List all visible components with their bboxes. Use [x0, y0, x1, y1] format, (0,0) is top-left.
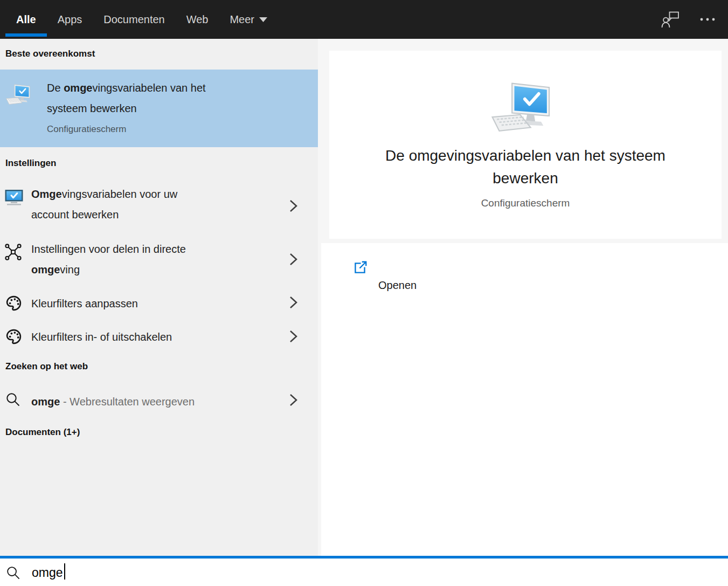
result-title: Omgevingsvariabelen voor uwaccount bewer… — [31, 184, 177, 225]
search-filter-bar: Alle Apps Documenten Web Meer — [0, 0, 728, 39]
text-caret — [64, 563, 65, 580]
tab-documenten[interactable]: Documenten — [93, 0, 175, 39]
search-icon — [6, 566, 20, 580]
result-title: Kleurfilters aanpassen — [31, 295, 138, 312]
best-match-subtitle: Configuratiescherm — [47, 122, 126, 136]
active-tab-underline — [5, 33, 47, 37]
computer-check-icon — [488, 80, 563, 138]
windows-search-flyout: Alle Apps Documenten Web Meer — [0, 0, 728, 586]
action-openen[interactable]: Openen — [321, 259, 728, 292]
preview-title: De omgevingsvariabelen van het systeem b… — [329, 144, 722, 190]
preview-subtitle: Configuratiescherm — [329, 197, 722, 209]
result-title: omge - Webresultaten weergeven — [31, 394, 195, 410]
result-title: Instellingen voor delen in directeomgevi… — [31, 239, 186, 280]
section-header-settings: Instellingen — [5, 157, 56, 170]
search-bar[interactable]: omge — [0, 559, 728, 586]
monitor-check-icon — [4, 189, 24, 206]
feedback-chat-icon[interactable] — [661, 11, 681, 29]
filter-tabs: Alle Apps Documenten Web Meer — [5, 0, 278, 39]
openen-label: Openen — [378, 277, 417, 293]
tab-alle[interactable]: Alle — [5, 0, 47, 39]
actions-panel: Openen — [321, 243, 728, 556]
tab-documenten-label: Documenten — [103, 13, 164, 26]
chevron-right-icon — [289, 329, 299, 343]
more-options-icon[interactable] — [699, 17, 716, 22]
search-input-value: omge — [32, 566, 63, 580]
computer-check-icon — [4, 83, 36, 107]
topbar-right-icons — [661, 0, 728, 39]
section-header-best-match: Beste overeenkomst — [5, 47, 95, 60]
tab-web-label: Web — [186, 13, 209, 26]
tab-web[interactable]: Web — [176, 0, 219, 39]
chevron-right-icon — [289, 199, 299, 213]
results-panel: Beste overeenkomst De omgevingsvariabele… — [0, 39, 318, 556]
chevron-right-icon — [289, 393, 299, 407]
color-palette-icon — [5, 294, 23, 312]
search-input[interactable]: omge — [32, 563, 65, 581]
open-external-icon — [352, 260, 368, 276]
dropdown-triangle-icon — [259, 17, 267, 22]
nearby-share-icon — [4, 243, 22, 261]
tab-apps-label: Apps — [58, 13, 82, 26]
best-match-title: De omgevingsvariabelen van hetsysteem be… — [47, 78, 206, 119]
section-header-web: Zoeken op het web — [5, 360, 88, 373]
tab-meer-label: Meer — [230, 13, 254, 26]
tab-apps[interactable]: Apps — [47, 0, 93, 39]
tab-meer[interactable]: Meer — [219, 0, 278, 39]
chevron-right-icon — [289, 252, 299, 266]
result-title: Kleurfilters in- of uitschakelen — [31, 329, 172, 345]
search-icon — [5, 392, 20, 407]
color-palette-icon — [5, 328, 23, 346]
section-header-documents: Documenten (1+) — [5, 426, 80, 439]
result-best-match[interactable]: De omgevingsvariabelen van hetsysteem be… — [0, 70, 318, 147]
tab-alle-label: Alle — [16, 13, 36, 26]
chevron-right-icon — [289, 295, 299, 309]
